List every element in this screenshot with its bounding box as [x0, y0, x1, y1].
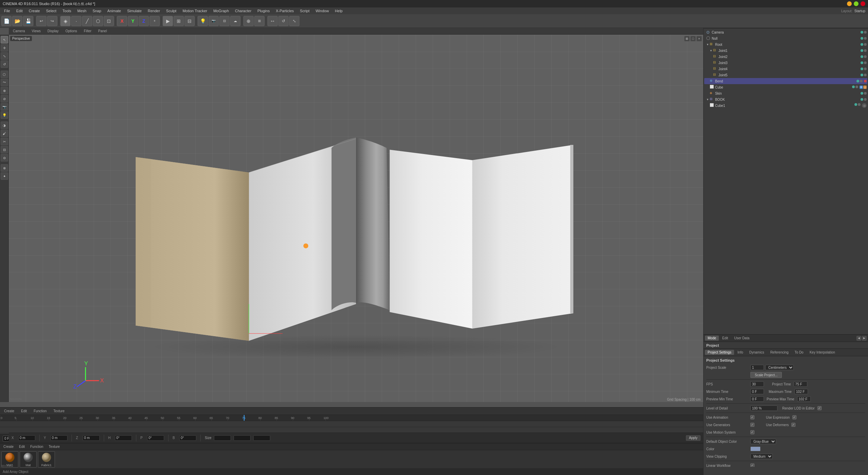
menu-script[interactable]: Script [297, 8, 312, 14]
lock-dot-joint3[interactable] [864, 61, 867, 64]
toolbar-render-view[interactable]: ⊟ [184, 16, 195, 26]
tool-scale[interactable]: ⤡ [1, 52, 8, 60]
vis-dot-camera[interactable] [861, 31, 863, 34]
toolbar-all-axis[interactable]: + [150, 16, 160, 26]
lock-dot-root[interactable] [864, 43, 867, 46]
input-project-time[interactable] [794, 381, 807, 387]
toolbar-point-mode[interactable]: · [71, 16, 81, 26]
menu-animate[interactable]: Animate [105, 8, 124, 14]
tl-tab-create[interactable]: Create [1, 408, 17, 414]
toolbar-redo[interactable]: ↪ [47, 16, 57, 26]
vp-close[interactable]: × [696, 36, 702, 41]
tool-weight[interactable]: ⊗ [1, 164, 8, 172]
view-tab-camera[interactable]: Camera [10, 28, 28, 34]
attr-ctab-keyinterp[interactable]: Key Interpolation [807, 350, 838, 355]
view-tab-options[interactable]: Options [63, 28, 80, 34]
vis-dot-skin[interactable] [861, 92, 863, 95]
lock-dot-null[interactable] [864, 37, 867, 40]
tree-item-root[interactable]: ▼ ⊞ Root [704, 41, 867, 48]
lock-dot-cube1[interactable] [858, 103, 861, 106]
tool-move[interactable]: ✛ [1, 44, 8, 52]
apply-button[interactable]: Apply [686, 435, 701, 441]
attr-ctab-settings[interactable]: Project Settings [705, 350, 734, 355]
vis-dot-cube[interactable] [852, 86, 855, 88]
menu-window[interactable]: Window [313, 8, 332, 14]
menu-select[interactable]: Select [43, 8, 59, 14]
tree-item-cube1[interactable]: ⬜ Cube1 ◎ [704, 102, 867, 109]
menu-file[interactable]: File [1, 8, 13, 14]
input-preview-max[interactable] [797, 396, 811, 402]
menu-mograph[interactable]: MoGraph [211, 8, 232, 14]
tl-tab-texture[interactable]: Texture [51, 408, 67, 414]
attr-ctrl-1[interactable]: ◀ [856, 336, 861, 341]
attr-ctrl-2[interactable]: ▶ [862, 336, 867, 341]
cb-linear-workflow[interactable]: ✓ [750, 463, 754, 467]
tool-light-tool[interactable]: 💡 [1, 111, 8, 119]
tool-deformer[interactable]: ⊘ [1, 95, 8, 102]
coord-sy-input[interactable] [234, 435, 251, 441]
input-fps[interactable] [750, 381, 764, 387]
menu-edit[interactable]: Edit [14, 8, 25, 14]
mat-tab-create[interactable]: Create [1, 444, 16, 449]
menu-help[interactable]: Help [332, 8, 346, 14]
tl-tab-edit[interactable]: Edit [18, 408, 29, 414]
lock-dot-book[interactable] [864, 98, 867, 101]
tree-item-joint2[interactable]: ⊟ Joint2 [704, 54, 867, 60]
cb-use-animation[interactable]: ✓ [750, 415, 754, 419]
tree-item-cube[interactable]: ⬜ Cube ⊕ △ [704, 84, 867, 90]
mat-tab-texture[interactable]: Texture [47, 444, 62, 449]
vis-dot-joint1[interactable] [861, 49, 863, 52]
toolbar-sky[interactable]: ☁ [230, 16, 240, 26]
lock-dot-joint5[interactable] [864, 74, 867, 76]
mat-slot-3[interactable]: Fabric1 [38, 451, 55, 468]
tree-item-book[interactable]: ▼ ⊞ BOOK [704, 96, 867, 102]
tool-select[interactable]: ↖ [1, 36, 8, 43]
toolbar-render[interactable]: ▶ [163, 16, 173, 26]
expand-joint1[interactable]: ▼ [710, 49, 712, 52]
attr-tab-edit[interactable]: Edit [719, 336, 731, 341]
attr-ctab-todo[interactable]: To Do [792, 350, 806, 355]
input-preview-min[interactable] [750, 396, 764, 402]
tool-spline[interactable]: 〜 [1, 79, 8, 86]
coord-z-input[interactable] [83, 435, 100, 441]
view-tab-views[interactable]: Views [29, 28, 44, 34]
tool-rotate[interactable]: ↺ [1, 60, 8, 68]
tree-item-skin[interactable]: ◈ Skin [704, 90, 867, 96]
input-min-time[interactable] [750, 389, 764, 394]
attr-tab-mode[interactable]: Mode [705, 336, 719, 341]
vis-dot-root[interactable] [861, 43, 863, 46]
menu-xparticles[interactable]: X-Particles [273, 8, 296, 14]
attr-ctab-referencing[interactable]: Referencing [768, 350, 791, 355]
menu-plugins[interactable]: Plugins [255, 8, 272, 14]
menu-mesh[interactable]: Mesh [75, 8, 89, 14]
mat-tab-edit[interactable]: Edit [17, 444, 27, 449]
toolbar-uv-mode[interactable]: ⊡ [104, 16, 114, 26]
toolbar-edge-mode[interactable]: ╱ [82, 16, 92, 26]
tool-paint[interactable]: 🖌 [1, 130, 8, 137]
view-tab-panel[interactable]: Panel [96, 28, 110, 34]
expand-root[interactable]: ▼ [706, 43, 709, 46]
attr-ctab-dynamics[interactable]: Dynamics [747, 350, 767, 355]
lock-dot-skin[interactable] [864, 92, 867, 95]
tool-sculpt[interactable]: ◑ [1, 121, 8, 129]
coord-x-input[interactable] [18, 435, 35, 441]
tool-polygon[interactable]: ⬡ [1, 71, 8, 78]
menu-render[interactable]: Render [145, 8, 163, 14]
vp-fullscreen[interactable]: ⊞ [684, 36, 690, 41]
tree-item-joint1[interactable]: ▼ ⊟ Joint1 [704, 48, 867, 54]
expand-book[interactable]: ▼ [706, 98, 709, 101]
tag-1[interactable]: ⊕ [860, 86, 863, 89]
toolbar-x-axis[interactable]: X [117, 16, 127, 26]
coord-h-input[interactable] [115, 435, 132, 441]
toolbar-move[interactable]: ↔ [268, 16, 278, 26]
menu-simulate[interactable]: Simulate [124, 8, 144, 14]
toolbar-undo[interactable]: ↩ [36, 16, 46, 26]
vis-dot-joint5[interactable] [861, 74, 863, 76]
tree-item-camera[interactable]: ⊙ Camera [704, 29, 867, 35]
vis-dot-joint2[interactable] [861, 55, 863, 58]
vis-dot-joint3[interactable] [861, 61, 863, 64]
toolbar-poly-mode[interactable]: ⬡ [93, 16, 103, 26]
menu-motion[interactable]: Motion Tracker [180, 8, 210, 14]
dropdown-scale-unit[interactable]: Centimeters Meters [765, 365, 794, 370]
coord-sx-input[interactable] [214, 435, 231, 441]
